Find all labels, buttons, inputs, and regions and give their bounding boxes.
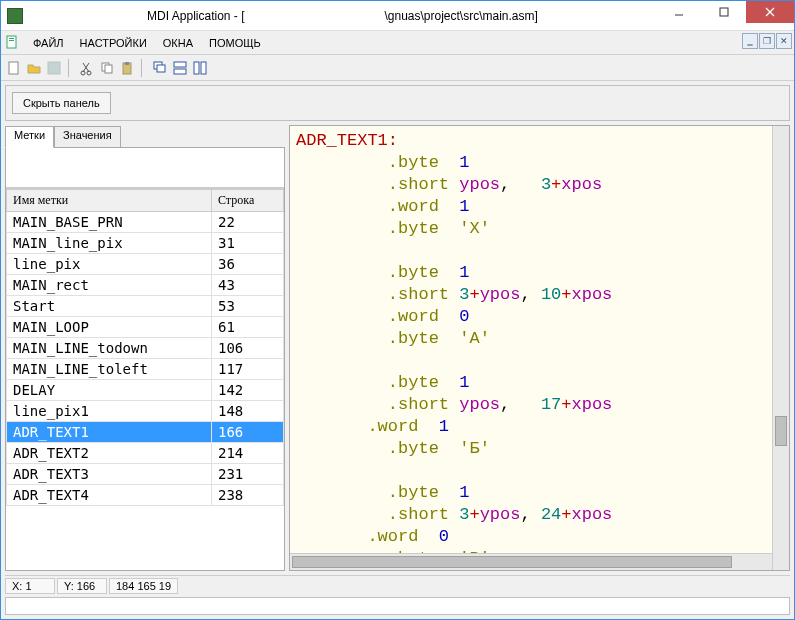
vertical-scrollbar[interactable] (772, 126, 789, 570)
table-row[interactable]: DELAY142 (7, 380, 284, 401)
open-file-icon[interactable] (25, 59, 43, 77)
menubar: ФАЙЛ НАСТРОЙКИ ОКНА ПОМОЩЬ ‗ ❐ ✕ (1, 31, 794, 55)
menu-help[interactable]: ПОМОЩЬ (201, 35, 269, 51)
maximize-button[interactable] (701, 1, 746, 23)
table-row[interactable]: MAIN_LOOP61 (7, 317, 284, 338)
bottom-bar (5, 597, 790, 615)
horizontal-scrollbar[interactable] (290, 553, 772, 570)
filter-row (6, 148, 284, 188)
code-editor[interactable]: ADR_TEXT1: .byte 1 .short ypos, 3+xpos .… (289, 125, 790, 571)
table-row[interactable]: Start53 (7, 296, 284, 317)
labels-pane: Метки Значения Имя метки Строка MAIN_BAS… (5, 125, 285, 571)
svg-rect-21 (194, 62, 199, 74)
close-button[interactable] (746, 1, 794, 23)
top-panel: Скрыть панель (5, 85, 790, 121)
table-row[interactable]: line_pix1148 (7, 401, 284, 422)
svg-rect-6 (9, 40, 14, 41)
table-row[interactable]: MAIN_BASE_PRN22 (7, 212, 284, 233)
app-icon (7, 8, 23, 24)
status-x: X: 1 (5, 578, 55, 594)
svg-rect-8 (48, 62, 60, 74)
table-row[interactable]: ADR_TEXT3231 (7, 464, 284, 485)
svg-rect-16 (125, 62, 129, 65)
tab-labels[interactable]: Метки (5, 126, 54, 148)
tile-v-icon[interactable] (191, 59, 209, 77)
menu-windows[interactable]: ОКНА (155, 35, 201, 51)
menu-settings[interactable]: НАСТРОЙКИ (72, 35, 155, 51)
svg-rect-19 (174, 62, 186, 67)
table-row[interactable]: MAIN_line_pix31 (7, 233, 284, 254)
svg-rect-20 (174, 69, 186, 74)
tab-values[interactable]: Значения (54, 126, 121, 148)
minimize-button[interactable] (656, 1, 701, 23)
table-row[interactable]: line_pix36 (7, 254, 284, 275)
svg-rect-22 (201, 62, 206, 74)
statusbar: X: 1 Y: 166 184 165 19 (5, 575, 790, 595)
window-title: MDI Application - [\gnuas\project\src\ma… (29, 9, 656, 23)
svg-rect-7 (9, 62, 18, 74)
titlebar: MDI Application - [\gnuas\project\src\ma… (1, 1, 794, 31)
mdi-close-button[interactable]: ✕ (776, 33, 792, 49)
paste-icon[interactable] (118, 59, 136, 77)
status-selection: 184 165 19 (109, 578, 178, 594)
hide-panel-button[interactable]: Скрыть панель (12, 92, 111, 114)
status-y: Y: 166 (57, 578, 107, 594)
col-label-name[interactable]: Имя метки (7, 190, 212, 212)
tile-h-icon[interactable] (171, 59, 189, 77)
svg-rect-4 (7, 36, 16, 48)
col-label-line[interactable]: Строка (212, 190, 284, 212)
table-row[interactable]: MAIN_LINE_toleft117 (7, 359, 284, 380)
svg-rect-14 (105, 65, 112, 73)
doc-icon (5, 35, 21, 51)
svg-rect-1 (720, 8, 728, 16)
svg-rect-5 (9, 38, 14, 39)
toolbar (1, 55, 794, 81)
mdi-restore-button[interactable]: ❐ (759, 33, 775, 49)
cut-icon[interactable] (78, 59, 96, 77)
labels-grid[interactable]: Имя метки Строка MAIN_BASE_PRN22MAIN_lin… (6, 188, 284, 570)
svg-rect-18 (157, 65, 165, 72)
table-row[interactable]: MAIN_rect43 (7, 275, 284, 296)
table-row[interactable]: MAIN_LINE_todown106 (7, 338, 284, 359)
copy-icon[interactable] (98, 59, 116, 77)
menu-file[interactable]: ФАЙЛ (25, 35, 72, 51)
table-row[interactable]: ADR_TEXT4238 (7, 485, 284, 506)
save-file-icon[interactable] (45, 59, 63, 77)
cascade-icon[interactable] (151, 59, 169, 77)
table-row[interactable]: ADR_TEXT1166 (7, 422, 284, 443)
mdi-minimize-button[interactable]: ‗ (742, 33, 758, 49)
new-file-icon[interactable] (5, 59, 23, 77)
table-row[interactable]: ADR_TEXT2214 (7, 443, 284, 464)
